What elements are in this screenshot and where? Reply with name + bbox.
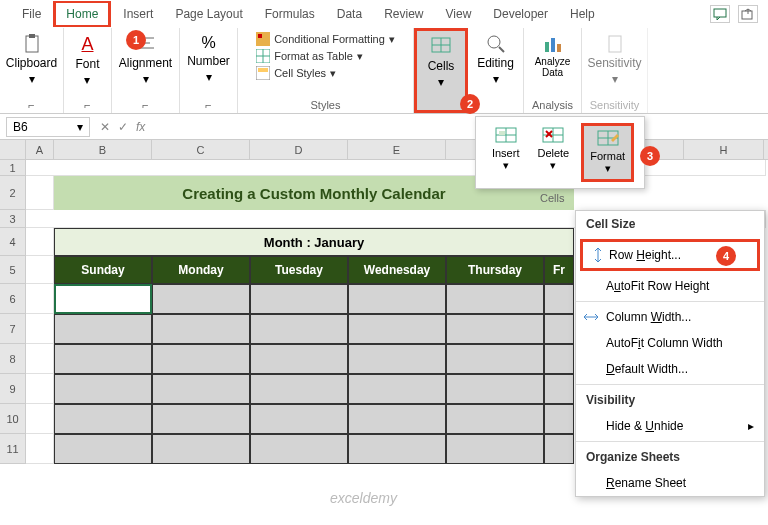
comments-icon[interactable]	[710, 5, 730, 23]
formula-bar: B6▾ ✕ ✓ fx	[0, 114, 768, 140]
editing-label: Editing	[477, 56, 514, 70]
svg-rect-3	[29, 34, 35, 38]
svg-rect-13	[258, 68, 268, 72]
svg-point-17	[488, 36, 500, 48]
svg-rect-20	[551, 38, 555, 52]
row-header[interactable]: 8	[0, 344, 26, 374]
sensitivity-button[interactable]: Sensitivity ▾	[583, 32, 645, 88]
row-header[interactable]: 3	[0, 210, 26, 228]
svg-rect-0	[714, 9, 726, 17]
group-styles: Conditional Formatting ▾ Format as Table…	[238, 28, 414, 113]
active-cell[interactable]	[54, 284, 152, 314]
day-header[interactable]: Sunday	[54, 256, 152, 284]
number-label: Number	[187, 54, 230, 68]
cells-button[interactable]: Cells ▾	[424, 35, 459, 91]
font-label: Font	[75, 57, 99, 71]
tab-review[interactable]: Review	[374, 3, 433, 25]
format-table-button[interactable]: Format as Table ▾	[256, 49, 395, 63]
row-header[interactable]: 5	[0, 256, 26, 284]
day-header[interactable]: Wednesday	[348, 256, 446, 284]
badge-2: 2	[460, 94, 480, 114]
group-clipboard: Clipboard ▾ ⌐	[0, 28, 64, 113]
cancel-icon[interactable]: ✕	[100, 120, 110, 134]
row-header[interactable]: 9	[0, 374, 26, 404]
svg-rect-21	[557, 44, 561, 52]
sensitivity-label: Sensitivity	[587, 56, 641, 70]
col-width-item[interactable]: Column Width...	[576, 304, 764, 330]
rename-sheet-item[interactable]: Rename Sheet	[576, 470, 764, 496]
tab-insert[interactable]: Insert	[113, 3, 163, 25]
row-header[interactable]: 10	[0, 404, 26, 434]
row-height-icon	[591, 248, 605, 262]
autofit-col-item[interactable]: AutoFit Column Width	[576, 330, 764, 356]
row-header[interactable]: 2	[0, 176, 26, 210]
svg-rect-26	[499, 131, 505, 135]
cells-icon	[431, 37, 451, 57]
cell-styles-button[interactable]: Cell Styles ▾	[256, 66, 395, 80]
col-header[interactable]: E	[348, 140, 446, 159]
group-analysis: Analyze Data Analysis	[524, 28, 582, 113]
tab-developer[interactable]: Developer	[483, 3, 558, 25]
editing-button[interactable]: Editing ▾	[473, 32, 518, 88]
group-sensitivity: Sensitivity ▾ Sensitivity	[582, 28, 648, 113]
cells-caption: Cells	[540, 192, 564, 204]
col-header[interactable]: A	[26, 140, 54, 159]
watermark: exceldemy	[330, 490, 397, 506]
insert-icon	[495, 127, 517, 147]
clipboard-button[interactable]: Clipboard ▾	[2, 32, 61, 88]
badge-1: 1	[126, 30, 146, 50]
tab-help[interactable]: Help	[560, 3, 605, 25]
enter-icon[interactable]: ✓	[118, 120, 128, 134]
col-header[interactable]: H	[684, 140, 764, 159]
share-icon[interactable]	[738, 5, 758, 23]
row-header[interactable]: 11	[0, 434, 26, 464]
number-button[interactable]: % Number ▾	[183, 32, 234, 86]
cells-label: Cells	[428, 59, 455, 73]
hide-unhide-item[interactable]: Hide & Unhide▸	[576, 413, 764, 439]
autofit-row-item[interactable]: AutoFit Row Height	[576, 273, 764, 299]
col-header[interactable]: B	[54, 140, 152, 159]
day-header[interactable]: Fr	[544, 256, 574, 284]
tab-data[interactable]: Data	[327, 3, 372, 25]
fx-label[interactable]: fx	[136, 120, 145, 134]
tab-page-layout[interactable]: Page Layout	[165, 3, 252, 25]
insert-button[interactable]: Insert▾	[486, 123, 526, 182]
align-label: Alignment	[119, 56, 172, 70]
day-header[interactable]: Tuesday	[250, 256, 348, 284]
analyze-button[interactable]: Analyze Data	[530, 32, 575, 80]
row-header[interactable]: 6	[0, 284, 26, 314]
tab-formulas[interactable]: Formulas	[255, 3, 325, 25]
format-button[interactable]: Format▾	[581, 123, 634, 182]
row-header[interactable]: 4	[0, 228, 26, 256]
tab-view[interactable]: View	[436, 3, 482, 25]
tab-home[interactable]: Home	[53, 1, 111, 27]
cond-format-button[interactable]: Conditional Formatting ▾	[256, 32, 395, 46]
find-icon	[486, 34, 506, 54]
select-all-corner[interactable]	[0, 140, 26, 159]
day-header[interactable]: Monday	[152, 256, 250, 284]
percent-icon: %	[201, 34, 215, 52]
ribbon-tabs: File Home Insert Page Layout Formulas Da…	[0, 0, 768, 28]
tab-file[interactable]: File	[12, 3, 51, 25]
font-button[interactable]: A Font ▾	[71, 32, 103, 89]
delete-button[interactable]: Delete▾	[531, 123, 575, 182]
analyze-icon	[543, 34, 563, 54]
row-header[interactable]: 1	[0, 160, 26, 176]
table-icon	[256, 49, 270, 63]
col-header[interactable]: C	[152, 140, 250, 159]
sensitivity-icon	[605, 34, 625, 54]
month-header[interactable]: Month : January	[54, 228, 574, 256]
default-width-item[interactable]: Default Width...	[576, 356, 764, 382]
name-box[interactable]: B6▾	[6, 117, 90, 137]
format-menu: Cell Size Row Height... AutoFit Row Heig…	[575, 210, 765, 497]
format-icon	[597, 130, 619, 150]
badge-3: 3	[640, 146, 660, 166]
svg-rect-8	[258, 34, 262, 38]
analysis-label: Analysis	[532, 99, 573, 111]
col-header[interactable]: D	[250, 140, 348, 159]
menu-section-cellsize: Cell Size	[576, 211, 764, 237]
row-header[interactable]: 7	[0, 314, 26, 344]
svg-rect-22	[609, 36, 621, 52]
day-header[interactable]: Thursday	[446, 256, 544, 284]
cond-format-icon	[256, 32, 270, 46]
